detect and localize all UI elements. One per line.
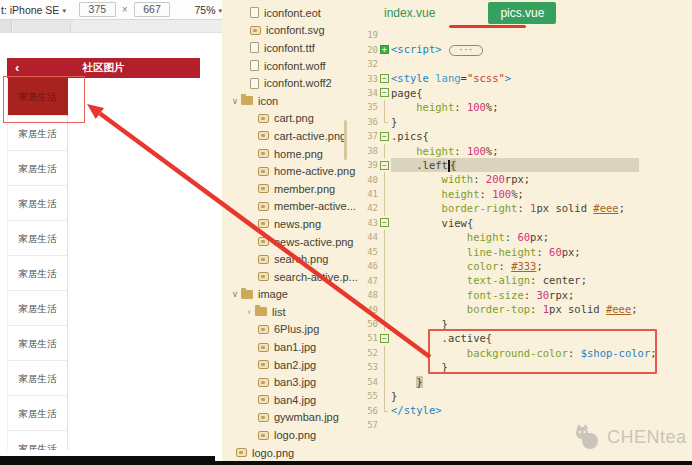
line-number: 20 [360,45,378,55]
viewport-height-input[interactable]: 667 [134,2,171,17]
sidebar-item[interactable]: 家居生活 [8,431,68,450]
line-number: 49 [360,305,378,315]
line-number: 51 [360,333,378,343]
code-line[interactable]: 32 [360,57,692,71]
fold-collapse-icon[interactable]: − [380,161,389,170]
sidebar-item-active[interactable]: 家居生活 [8,78,68,116]
zoom-select[interactable]: 75% [194,4,215,16]
code-line[interactable]: 40 width: 200rpx; [360,172,692,186]
sidebar-item[interactable]: 家居生活 [8,256,68,291]
explorer-file-row[interactable]: search-active.p... [222,268,360,286]
viewport-width-input[interactable]: 375 [79,2,116,17]
sidebar-item[interactable]: 家居生活 [8,221,68,256]
sidebar-item[interactable]: 家居生活 [8,326,68,361]
tab-pics-vue[interactable]: pics.vue [488,2,556,24]
code-line[interactable]: 50 } [360,317,692,331]
code-line[interactable]: 53 } [360,360,692,374]
explorer-folder-row[interactable]: ∨image [222,286,360,304]
explorer-file-row[interactable]: 6Plus.jpg [222,321,360,339]
explorer-file-row[interactable]: member-active... [222,198,360,216]
explorer-file-row[interactable]: iconfont.ttf [222,39,360,57]
code-line[interactable]: 45 line-height: 60px; [360,245,692,259]
code-line[interactable]: 37−.pics{ [360,129,692,143]
code-line[interactable]: 54 } [360,375,692,389]
file-icon [250,78,259,89]
code-line[interactable]: 41 height: 100%; [360,187,692,201]
code-line[interactable]: 56</style> [360,403,692,417]
tab-index-vue[interactable]: index.vue [372,2,447,24]
code-text: line-height: 60px; [391,245,581,259]
code-editor: index.vue pics.vue 1920+<script>···3233−… [360,0,692,465]
explorer-file-row[interactable]: cart-active.png [222,127,360,145]
fold-collapse-icon[interactable]: − [380,334,389,343]
sidebar-item[interactable]: 家居生活 [8,116,68,151]
sidebar-item[interactable]: 家居生活 [8,396,68,431]
explorer-file-row[interactable]: news-active.png [222,233,360,251]
explorer-file-row[interactable]: home.png [222,145,360,163]
chevron-down-icon[interactable]: ∨ [230,96,240,106]
image-icon [258,360,269,369]
device-selector[interactable]: t: iPhone SE [1,4,59,16]
code-line[interactable]: 38 height: 100%; [360,144,692,158]
code-line[interactable]: 20+<script>··· [360,42,692,56]
code-line[interactable]: 39− .left{ [360,158,692,172]
chevron-down-icon[interactable]: ∨ [230,289,240,299]
explorer-file-row[interactable]: logo.png [222,426,360,444]
explorer-file-row[interactable]: ban4.jpg [222,391,360,409]
code-line[interactable]: 48 font-size: 30rpx; [360,288,692,302]
code-line[interactable]: 52 background-color: $shop-color; [360,346,692,360]
code-text: font-size: 30rpx; [391,288,574,302]
explorer-file-row[interactable]: logo.png [222,444,360,462]
fold-collapse-icon[interactable]: − [380,74,389,83]
fold-collapse-icon[interactable]: − [380,132,389,141]
sidebar-item[interactable]: 家居生活 [8,151,68,186]
explorer-folder-row[interactable]: ›list [222,303,360,321]
explorer-file-row[interactable]: news.png [222,215,360,233]
explorer-file-row[interactable]: gywmban.jpg [222,409,360,427]
explorer-file-row[interactable]: ban2.jpg [222,356,360,374]
line-number: 53 [360,362,378,372]
code-line[interactable]: 42 border-right: 1px solid #eee; [360,201,692,215]
line-number: 37 [360,131,378,141]
code-line[interactable]: 19 [360,28,692,42]
code-line[interactable]: 43− view{ [360,216,692,230]
code-line[interactable]: 51− .active{ [360,331,692,345]
fold-collapse-icon[interactable]: − [380,218,389,227]
code-line[interactable]: 55} [360,389,692,403]
line-number: 55 [360,391,378,401]
code-text: .pics{ [391,129,429,143]
code-line[interactable]: 36} [360,115,692,129]
image-icon [250,26,261,35]
code-line[interactable]: 34−page{ [360,86,692,100]
code-line[interactable]: 46 color: #333; [360,259,692,273]
explorer-file-row[interactable]: ban1.jpg [222,338,360,356]
sidebar-item[interactable]: 家居生活 [8,291,68,326]
explorer-file-row[interactable]: ban3.jpg [222,373,360,391]
explorer-scrollbar[interactable] [344,120,347,160]
code-line[interactable]: 33−<style lang="scss"> [360,71,692,85]
sidebar-item[interactable]: 家居生活 [8,361,68,396]
file-label: ban2.jpg [274,359,316,371]
chevron-right-icon[interactable]: › [244,307,254,317]
explorer-file-row[interactable]: iconfont.woff [222,57,360,75]
explorer-file-row[interactable]: iconfont.woff2 [222,74,360,92]
code-line[interactable]: 44 height: 60px; [360,230,692,244]
code-line[interactable]: 47 text-align: center; [360,273,692,287]
explorer-file-row[interactable]: member.png [222,180,360,198]
image-icon [258,325,269,334]
explorer-file-row[interactable]: iconfont.svg [222,22,360,40]
explorer-file-row[interactable]: search.png [222,250,360,268]
code-line[interactable]: 49 border-top: 1px solid #eee; [360,302,692,316]
explorer-file-row[interactable]: cart.png [222,110,360,128]
fold-guide [384,317,385,331]
fold-expand-icon[interactable]: + [380,45,389,54]
code-line[interactable]: 35 height: 100%; [360,100,692,114]
sidebar-item[interactable]: 家居生活 [8,186,68,221]
file-label: iconfont.woff [264,60,326,72]
explorer-file-row[interactable]: iconfont.eot [222,4,360,22]
file-label: ban3.jpg [274,376,316,388]
explorer-file-row[interactable]: home-active.png [222,162,360,180]
explorer-folder-row[interactable]: ∨icon [222,92,360,110]
fold-collapse-icon[interactable]: − [380,88,389,97]
folder-icon [255,307,267,316]
